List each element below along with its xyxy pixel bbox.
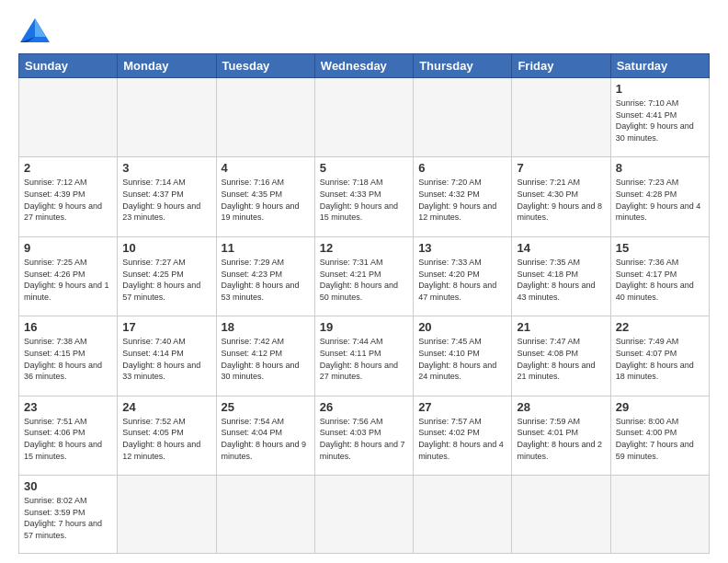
calendar-week-row: 9Sunrise: 7:25 AM Sunset: 4:26 PM Daylig… (19, 236, 710, 316)
weekday-header-saturday: Saturday (610, 54, 709, 78)
calendar-cell: 6Sunrise: 7:20 AM Sunset: 4:32 PM Daylig… (414, 157, 512, 236)
weekday-header-tuesday: Tuesday (216, 54, 314, 78)
day-number: 7 (517, 161, 605, 175)
weekday-header-sunday: Sunday (19, 54, 118, 78)
calendar-cell: 22Sunrise: 7:49 AM Sunset: 4:07 PM Dayli… (610, 316, 709, 396)
day-info: Sunrise: 7:35 AM Sunset: 4:18 PM Dayligh… (517, 257, 605, 303)
calendar-cell: 2Sunrise: 7:12 AM Sunset: 4:39 PM Daylig… (19, 157, 118, 236)
calendar-cell: 20Sunrise: 7:45 AM Sunset: 4:10 PM Dayli… (414, 316, 512, 396)
day-info: Sunrise: 7:44 AM Sunset: 4:11 PM Dayligh… (320, 336, 408, 382)
calendar-cell (314, 78, 413, 157)
calendar-cell (610, 476, 709, 554)
day-info: Sunrise: 7:51 AM Sunset: 4:06 PM Dayligh… (24, 416, 112, 462)
day-number: 28 (517, 400, 605, 414)
day-info: Sunrise: 7:57 AM Sunset: 4:02 PM Dayligh… (418, 416, 506, 462)
day-number: 24 (122, 400, 210, 414)
day-number: 19 (320, 320, 408, 334)
calendar-cell: 11Sunrise: 7:29 AM Sunset: 4:23 PM Dayli… (216, 236, 314, 316)
calendar-cell (512, 78, 610, 157)
day-info: Sunrise: 7:21 AM Sunset: 4:30 PM Dayligh… (517, 177, 605, 223)
calendar-cell: 17Sunrise: 7:40 AM Sunset: 4:14 PM Dayli… (118, 316, 216, 396)
calendar-week-row: 2Sunrise: 7:12 AM Sunset: 4:39 PM Daylig… (19, 157, 710, 236)
logo-icon (18, 17, 51, 44)
calendar-cell (118, 476, 216, 554)
calendar-cell: 30Sunrise: 8:02 AM Sunset: 3:59 PM Dayli… (19, 476, 118, 554)
day-number: 14 (517, 241, 605, 255)
calendar-cell: 1Sunrise: 7:10 AM Sunset: 4:41 PM Daylig… (610, 78, 709, 157)
day-info: Sunrise: 7:29 AM Sunset: 4:23 PM Dayligh… (222, 257, 310, 303)
day-info: Sunrise: 7:56 AM Sunset: 4:03 PM Dayligh… (320, 416, 408, 462)
day-info: Sunrise: 7:12 AM Sunset: 4:39 PM Dayligh… (24, 177, 112, 223)
day-info: Sunrise: 7:18 AM Sunset: 4:33 PM Dayligh… (320, 177, 408, 223)
calendar-table: SundayMondayTuesdayWednesdayThursdayFrid… (18, 53, 710, 554)
calendar-cell: 13Sunrise: 7:33 AM Sunset: 4:20 PM Dayli… (414, 236, 512, 316)
page: SundayMondayTuesdayWednesdayThursdayFrid… (0, 0, 728, 563)
day-info: Sunrise: 7:25 AM Sunset: 4:26 PM Dayligh… (24, 257, 112, 303)
calendar-cell: 28Sunrise: 7:59 AM Sunset: 4:01 PM Dayli… (512, 396, 610, 475)
calendar-cell (314, 476, 413, 554)
day-number: 20 (418, 320, 506, 334)
day-info: Sunrise: 7:16 AM Sunset: 4:35 PM Dayligh… (222, 177, 310, 223)
logo (18, 17, 55, 44)
calendar-cell: 23Sunrise: 7:51 AM Sunset: 4:06 PM Dayli… (19, 396, 118, 475)
day-number: 15 (616, 241, 704, 255)
calendar-cell (118, 78, 216, 157)
day-number: 26 (320, 400, 408, 414)
day-number: 10 (122, 241, 210, 255)
day-info: Sunrise: 8:02 AM Sunset: 3:59 PM Dayligh… (24, 495, 112, 541)
day-info: Sunrise: 7:49 AM Sunset: 4:07 PM Dayligh… (616, 336, 704, 382)
calendar-cell: 14Sunrise: 7:35 AM Sunset: 4:18 PM Dayli… (512, 236, 610, 316)
calendar-cell: 18Sunrise: 7:42 AM Sunset: 4:12 PM Dayli… (216, 316, 314, 396)
day-info: Sunrise: 7:40 AM Sunset: 4:14 PM Dayligh… (122, 336, 210, 382)
day-info: Sunrise: 7:14 AM Sunset: 4:37 PM Dayligh… (122, 177, 210, 223)
calendar-cell (414, 476, 512, 554)
day-number: 18 (222, 320, 310, 334)
day-info: Sunrise: 7:47 AM Sunset: 4:08 PM Dayligh… (517, 336, 605, 382)
calendar-cell (216, 476, 314, 554)
day-number: 11 (222, 241, 310, 255)
weekday-header-row: SundayMondayTuesdayWednesdayThursdayFrid… (19, 54, 710, 78)
calendar-cell: 3Sunrise: 7:14 AM Sunset: 4:37 PM Daylig… (118, 157, 216, 236)
calendar-week-row: 30Sunrise: 8:02 AM Sunset: 3:59 PM Dayli… (19, 476, 710, 554)
header (18, 17, 710, 44)
calendar-cell: 19Sunrise: 7:44 AM Sunset: 4:11 PM Dayli… (314, 316, 413, 396)
day-info: Sunrise: 7:31 AM Sunset: 4:21 PM Dayligh… (320, 257, 408, 303)
day-number: 12 (320, 241, 408, 255)
day-number: 23 (24, 400, 112, 414)
day-number: 25 (222, 400, 310, 414)
day-number: 27 (418, 400, 506, 414)
calendar-week-row: 1Sunrise: 7:10 AM Sunset: 4:41 PM Daylig… (19, 78, 710, 157)
calendar-cell (414, 78, 512, 157)
day-info: Sunrise: 7:52 AM Sunset: 4:05 PM Dayligh… (122, 416, 210, 462)
calendar-cell: 27Sunrise: 7:57 AM Sunset: 4:02 PM Dayli… (414, 396, 512, 475)
calendar-cell: 26Sunrise: 7:56 AM Sunset: 4:03 PM Dayli… (314, 396, 413, 475)
day-number: 5 (320, 161, 408, 175)
calendar-week-row: 23Sunrise: 7:51 AM Sunset: 4:06 PM Dayli… (19, 396, 710, 475)
day-number: 17 (122, 320, 210, 334)
calendar-cell: 10Sunrise: 7:27 AM Sunset: 4:25 PM Dayli… (118, 236, 216, 316)
day-number: 4 (222, 161, 310, 175)
day-info: Sunrise: 7:38 AM Sunset: 4:15 PM Dayligh… (24, 336, 112, 382)
calendar-cell (19, 78, 118, 157)
calendar-cell: 25Sunrise: 7:54 AM Sunset: 4:04 PM Dayli… (216, 396, 314, 475)
calendar-cell (512, 476, 610, 554)
weekday-header-wednesday: Wednesday (314, 54, 413, 78)
calendar-cell: 16Sunrise: 7:38 AM Sunset: 4:15 PM Dayli… (19, 316, 118, 396)
day-info: Sunrise: 7:45 AM Sunset: 4:10 PM Dayligh… (418, 336, 506, 382)
weekday-header-thursday: Thursday (414, 54, 512, 78)
calendar-cell: 7Sunrise: 7:21 AM Sunset: 4:30 PM Daylig… (512, 157, 610, 236)
day-info: Sunrise: 8:00 AM Sunset: 4:00 PM Dayligh… (616, 416, 704, 462)
day-number: 2 (24, 161, 112, 175)
calendar-cell: 29Sunrise: 8:00 AM Sunset: 4:00 PM Dayli… (610, 396, 709, 475)
day-number: 16 (24, 320, 112, 334)
calendar-cell: 21Sunrise: 7:47 AM Sunset: 4:08 PM Dayli… (512, 316, 610, 396)
calendar-cell: 4Sunrise: 7:16 AM Sunset: 4:35 PM Daylig… (216, 157, 314, 236)
day-info: Sunrise: 7:20 AM Sunset: 4:32 PM Dayligh… (418, 177, 506, 223)
day-info: Sunrise: 7:59 AM Sunset: 4:01 PM Dayligh… (517, 416, 605, 462)
day-info: Sunrise: 7:27 AM Sunset: 4:25 PM Dayligh… (122, 257, 210, 303)
day-info: Sunrise: 7:54 AM Sunset: 4:04 PM Dayligh… (222, 416, 310, 462)
day-info: Sunrise: 7:33 AM Sunset: 4:20 PM Dayligh… (418, 257, 506, 303)
day-number: 1 (616, 82, 704, 96)
calendar-cell: 8Sunrise: 7:23 AM Sunset: 4:28 PM Daylig… (610, 157, 709, 236)
day-number: 3 (122, 161, 210, 175)
